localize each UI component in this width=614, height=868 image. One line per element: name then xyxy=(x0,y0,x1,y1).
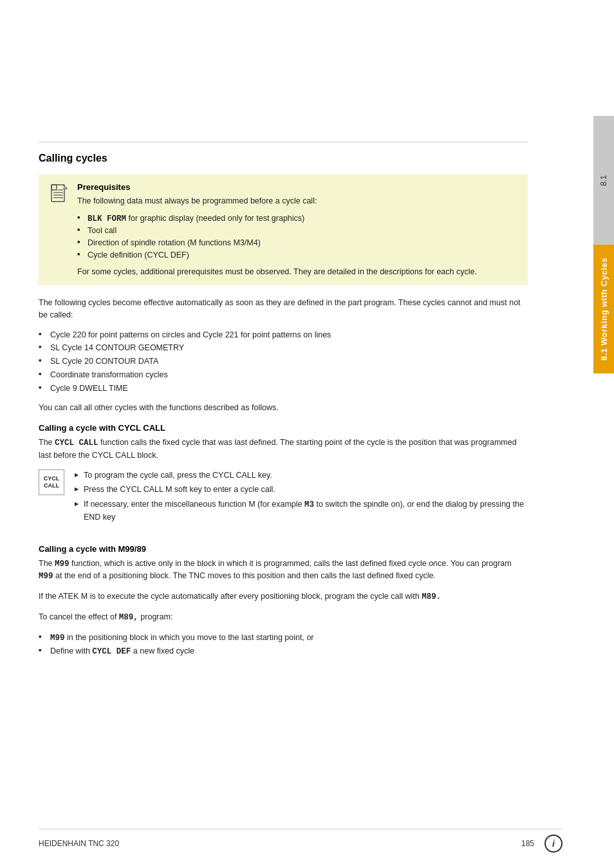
prereq-item-4: Cycle definition (CYCL DEF) xyxy=(77,249,517,261)
m89-cancel-code: M89, xyxy=(119,613,138,622)
m99-para2: If the ATEK M is to execute the cycle au… xyxy=(39,590,528,603)
prerequisites-intro: The following data must always be progra… xyxy=(77,196,517,207)
m99-para3: To cancel the effect of M89, program: xyxy=(39,611,528,624)
sidebar-chapter-label: 8.1 Working with Cycles xyxy=(599,258,609,361)
cycl-call-step-3: If necessary, enter the miscellaneous fu… xyxy=(75,498,528,524)
footer-publisher: HEIDENHAIN TNC 320 xyxy=(39,839,119,848)
m99-cancel-code: M99 xyxy=(50,634,65,643)
prereq-item-2: Tool call xyxy=(77,225,517,237)
m99-heading: Calling a cycle with M99/89 xyxy=(39,544,528,554)
svg-rect-0 xyxy=(51,185,64,202)
sidebar-tab-gray[interactable]: 8.1 xyxy=(593,116,614,245)
prerequisites-title: Prerequisites xyxy=(77,182,517,192)
cycl-call-heading: Calling a cycle with CYCL CALL xyxy=(39,423,528,433)
auto-cycle-item-1: Cycle 220 for point patterns on circles … xyxy=(39,329,528,341)
svg-rect-1 xyxy=(51,185,57,190)
sidebar-tab-active[interactable]: 8.1 Working with Cycles xyxy=(593,245,614,373)
m99-code-2: M99 xyxy=(39,572,53,581)
prerequisites-content: Prerequisites The following data must al… xyxy=(77,182,517,278)
auto-cycle-item-5: Cycle 9 DWELL TIME xyxy=(39,382,528,395)
cycl-call-area: CYCLCALL To program the cycle call, pres… xyxy=(39,469,528,534)
cancel-item-2: Define with CYCL DEF a new fixed cycle xyxy=(39,645,528,658)
info-icon: i xyxy=(544,835,563,853)
auto-cycle-item-2: SL Cycle 14 CONTOUR GEOMETRY xyxy=(39,342,528,354)
cancel-item-1: M99 in the positioning block in which yo… xyxy=(39,632,528,645)
prerequisites-box: Prerequisites The following data must al… xyxy=(39,175,528,285)
cycl-call-steps: To program the cycle call, press the CYC… xyxy=(75,469,528,526)
page-footer: HEIDENHAIN TNC 320 185 i xyxy=(39,829,563,853)
auto-cycle-item-4: Coordinate transformation cycles xyxy=(39,369,528,381)
cycl-call-icon-text: CYCLCALL xyxy=(44,475,60,489)
auto-cycles-list: Cycle 220 for point patterns on circles … xyxy=(39,329,528,395)
prerequisites-note: For some cycles, additional prerequisite… xyxy=(77,267,517,278)
can-call-text: You can call all other cycles with the f… xyxy=(39,402,528,414)
cycl-call-icon: CYCLCALL xyxy=(39,469,64,495)
m3-code: M3 xyxy=(304,500,314,509)
cycl-call-step-2: Press the CYCL CALL M soft key to enter … xyxy=(75,484,528,496)
section-title: Calling cycles xyxy=(39,153,528,164)
prerequisites-list: BLK FORM for graphic display (needed onl… xyxy=(77,212,517,261)
cancel-list: M99 in the positioning block in which yo… xyxy=(39,632,528,659)
blk-form-code: BLK FORM xyxy=(88,214,126,223)
prereq-item-1: BLK FORM for graphic display (needed onl… xyxy=(77,212,517,225)
footer-page-number: 185 xyxy=(521,839,534,848)
cycl-def-code: CYCL DEF xyxy=(92,647,131,656)
auto-cycle-item-3: SL Cycle 20 CONTOUR DATA xyxy=(39,355,528,368)
cycl-call-intro: The CYCL CALL function calls the fixed c… xyxy=(39,437,528,462)
prereq-item-3: Direction of spindle rotation (M functio… xyxy=(77,237,517,249)
right-sidebar: 8.1 8.1 Working with Cycles xyxy=(566,0,614,868)
sidebar-tab-gray-text: 8.1 xyxy=(599,175,608,186)
m99-code-1: M99 xyxy=(55,560,70,569)
m89-code: M89. xyxy=(422,592,441,601)
cycl-call-code-intro: CYCL CALL xyxy=(55,439,98,448)
m99-para1: The M99 function, which is active only i… xyxy=(39,558,528,583)
cycl-call-step-1: To program the cycle call, press the CYC… xyxy=(75,469,528,482)
auto-cycles-intro: The following cycles become effective au… xyxy=(39,297,528,321)
prerequisites-icon xyxy=(49,184,70,204)
